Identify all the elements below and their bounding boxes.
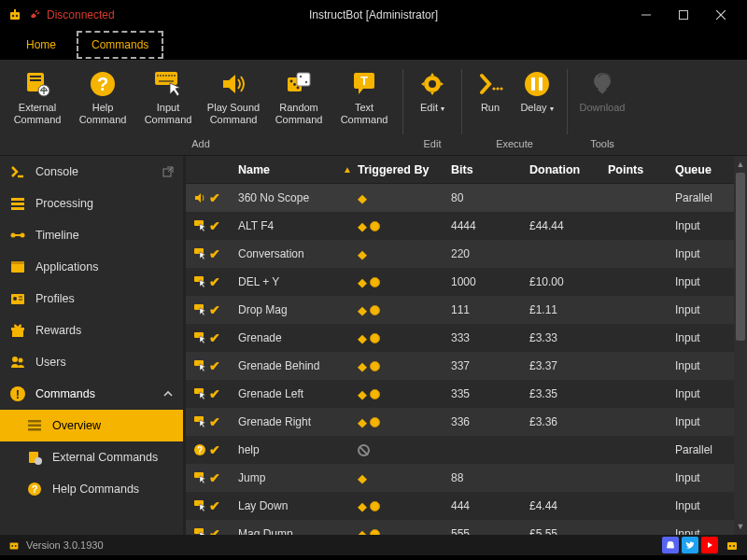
- cell-name: Lay Down: [238, 499, 358, 512]
- table-row[interactable]: ?✔helpParallel: [186, 436, 747, 464]
- vertical-scrollbar[interactable]: ▲ ▼: [734, 156, 747, 535]
- ribbon-separator: [461, 69, 462, 134]
- tab-commands[interactable]: Commands: [77, 31, 163, 59]
- svg-rect-39: [539, 77, 543, 91]
- sidebar-label: Applications: [35, 260, 98, 273]
- table-row[interactable]: ✔Grenade◆333£3.33Input: [186, 324, 747, 352]
- table-row[interactable]: ✔Mag Dump◆555£5.55Input: [186, 520, 747, 535]
- table-row[interactable]: ✔ALT F4◆4444£44.44Input: [186, 212, 747, 240]
- row-type-icon: [193, 471, 206, 484]
- overview-icon: [26, 417, 43, 434]
- svg-rect-81: [10, 542, 19, 549]
- ribbon-group-label: Execute: [496, 136, 533, 153]
- sidebar-item-overview[interactable]: Overview: [0, 410, 183, 441]
- sidebar-item-help-commands[interactable]: ? Help Commands: [0, 473, 183, 505]
- table-row[interactable]: ✔Grenade Left◆335£3.35Input: [186, 380, 747, 408]
- edit-button[interactable]: Edit ▾: [410, 65, 455, 136]
- col-triggered[interactable]: Triggered By: [358, 163, 451, 176]
- external-command-button[interactable]: External Command: [6, 65, 69, 136]
- sidebar-item-rewards[interactable]: Rewards: [0, 315, 183, 346]
- cell-triggered: ◆: [358, 331, 451, 345]
- enabled-check-icon: ✔: [209, 386, 220, 401]
- rewards-icon: [9, 322, 26, 339]
- close-button[interactable]: [702, 2, 740, 28]
- random-command-button[interactable]: Random Command: [267, 65, 331, 136]
- svg-point-37: [525, 72, 549, 96]
- svg-rect-43: [11, 198, 24, 201]
- table-row[interactable]: ✔Grenade Behind◆337£3.37Input: [186, 352, 747, 380]
- maximize-button[interactable]: [665, 2, 702, 28]
- cell-bits: 4444: [451, 219, 529, 232]
- sidebar-item-profiles[interactable]: Profiles: [0, 283, 183, 315]
- play-sound-button[interactable]: Play Sound Command: [202, 65, 265, 136]
- discord-icon[interactable]: [662, 537, 679, 553]
- row-type-icon: [193, 219, 206, 232]
- sidebar-item-commands[interactable]: ! Commands: [0, 378, 183, 410]
- sidebar-item-external-commands[interactable]: External Commands: [0, 441, 183, 473]
- sidebar-label: Console: [35, 165, 78, 178]
- sidebar-item-users[interactable]: Users: [0, 346, 183, 378]
- tab-home[interactable]: Home: [13, 33, 69, 57]
- cell-name: Drop Mag: [238, 303, 358, 316]
- col-bits[interactable]: Bits: [451, 163, 529, 176]
- minimize-button[interactable]: [627, 2, 665, 28]
- ribbon-label: Text Command: [334, 102, 394, 126]
- svg-rect-61: [28, 420, 41, 423]
- robot-small-icon: [7, 539, 21, 552]
- ribbon-group-edit: Edit ▾ Edit: [410, 65, 455, 153]
- ribbon-label: Download: [580, 102, 626, 114]
- run-button[interactable]: Run: [469, 65, 512, 136]
- download-button[interactable]: Download: [574, 65, 630, 136]
- col-points[interactable]: Points: [608, 163, 675, 176]
- cell-bits: 220: [451, 247, 529, 260]
- cell-donation: £44.44: [529, 219, 608, 232]
- cell-donation: £3.36: [529, 415, 608, 428]
- col-name[interactable]: Name▲: [238, 163, 358, 176]
- sidebar-item-processing[interactable]: Processing: [0, 188, 183, 219]
- table-row[interactable]: ✔Grenade Right◆336£3.36Input: [186, 408, 747, 436]
- cell-triggered: ◆: [358, 387, 451, 401]
- svg-point-86: [733, 545, 735, 547]
- cell-name: DEL + Y: [238, 275, 358, 288]
- svg-point-36: [500, 87, 502, 90]
- popout-icon[interactable]: [162, 166, 174, 177]
- svg-rect-38: [531, 77, 535, 91]
- statusbar: Version 3.0.1930: [0, 535, 747, 555]
- table-row[interactable]: ✔Conversation◆220Input: [186, 240, 747, 268]
- table-row[interactable]: ✔Lay Down◆444£4.44Input: [186, 492, 747, 520]
- table-row[interactable]: ✔DEL + Y◆1000£10.00Input: [186, 268, 747, 296]
- twitter-icon[interactable]: [682, 537, 698, 553]
- robot-icon: [7, 7, 22, 22]
- sidebar-item-timeline[interactable]: Timeline: [0, 219, 183, 251]
- enabled-check-icon: ✔: [209, 470, 220, 485]
- sidebar-label: External Commands: [52, 451, 158, 464]
- svg-rect-3: [14, 9, 16, 12]
- ribbon-label: Edit: [420, 102, 438, 113]
- ribbon-separator: [402, 69, 403, 134]
- table-row[interactable]: ✔360 No Scope◆80Parallel: [186, 184, 747, 212]
- cell-triggered: ◆: [358, 415, 451, 429]
- delay-button[interactable]: Delay ▾: [514, 65, 560, 136]
- col-donation[interactable]: Donation: [529, 163, 608, 176]
- sidebar-item-applications[interactable]: Applications: [0, 251, 183, 283]
- youtube-icon[interactable]: [701, 537, 718, 553]
- scroll-down-arrow[interactable]: ▼: [734, 520, 747, 533]
- sidebar-label: Timeline: [35, 229, 79, 242]
- version-text: Version 3.0.1930: [26, 539, 104, 551]
- cell-name: Grenade: [238, 331, 358, 344]
- help-command-button[interactable]: ? Help Command: [71, 65, 134, 136]
- help-icon: ?: [88, 69, 118, 99]
- cell-bits: 337: [451, 359, 529, 372]
- svg-point-26: [297, 87, 300, 90]
- table-row[interactable]: ✔Drop Mag◆111£1.11Input: [186, 296, 747, 324]
- enabled-check-icon: ✔: [209, 246, 220, 261]
- scroll-thumb[interactable]: [736, 173, 745, 341]
- table-row[interactable]: ✔Jump◆88Input: [186, 464, 747, 492]
- input-command-button[interactable]: Input Command: [136, 65, 200, 136]
- robot-corner-icon: [725, 538, 740, 553]
- text-command-button[interactable]: T Text Command: [332, 65, 396, 136]
- edit-icon: [417, 69, 447, 99]
- svg-point-35: [496, 87, 499, 90]
- scroll-up-arrow[interactable]: ▲: [734, 158, 747, 171]
- sidebar-item-console[interactable]: Console: [0, 156, 183, 188]
